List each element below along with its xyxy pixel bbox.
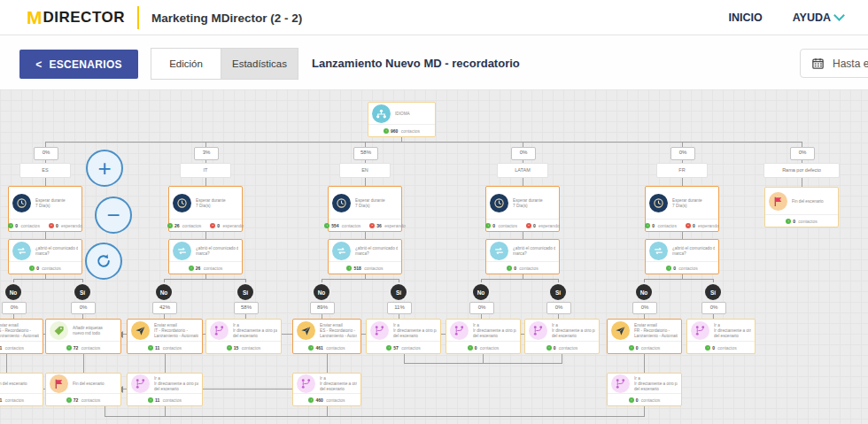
- node-wait-es[interactable]: Esperar durante7 Día(s)↑0 contactos•0 es…: [8, 186, 82, 232]
- branch-si-circle: Sí: [237, 284, 253, 300]
- connector-line: [13, 279, 82, 280]
- branch-no-percent: 0%: [469, 302, 494, 314]
- contacts-count: ↑0 contactos: [468, 345, 500, 351]
- jump-icon: [131, 374, 150, 393]
- branch-no-percent: 42%: [152, 302, 177, 314]
- node-question-it[interactable]: ¿abrió el comunicado demarca?↑26 contact…: [168, 239, 243, 274]
- node-goto-fr-si[interactable]: Ir aIr directamente a otro pasodel escen…: [686, 319, 756, 354]
- node-label: Ir aIr directamente a otro pasodel escen…: [714, 323, 751, 339]
- node-wait-latam[interactable]: Esperar durante7 Día(s)↑0 contactos•0 es…: [485, 186, 560, 232]
- branch-no-percent: 0%: [632, 302, 657, 314]
- node-email-it[interactable]: Enviar emailIT - Recordatorio -Lanzamien…: [127, 319, 203, 354]
- refresh-view-button[interactable]: [85, 243, 122, 280]
- percent-badge: 0%: [790, 147, 815, 160]
- node-label: Ir aIr directamente a otro pasodel escen…: [154, 376, 198, 392]
- node-stats: ↑0 contactos: [765, 214, 838, 227]
- connector-line: [105, 416, 645, 417]
- node-stats: ↑461 contactos: [293, 341, 360, 353]
- node-question-en[interactable]: ¿abrió el comunicado demarca?↑518 contac…: [328, 239, 402, 274]
- node-goto-fr-no[interactable]: Ir aIr directamente a otro pasodel escen…: [607, 373, 682, 406]
- node-label: Esperar durante7 Día(s): [672, 198, 702, 209]
- node-question-es[interactable]: ¿abrió el comunicado demarca?↑0 contacto…: [8, 239, 82, 274]
- clock-icon: [12, 194, 31, 212]
- node-label: Esperar durante7 Día(s): [196, 198, 226, 209]
- percent-badge: 0%: [511, 147, 536, 160]
- scenario-title: Lanzamiento Nuevo MD - recordatorio: [312, 57, 520, 70]
- contacts-count: ↑0 contactos: [666, 266, 698, 271]
- percent-badge: 3%: [194, 147, 219, 160]
- branch-no-percent: 89%: [310, 302, 335, 314]
- jump-icon: [529, 321, 547, 340]
- node-start-idioma[interactable]: IDIOMA↑960 contactos: [368, 102, 436, 137]
- node-stats: ↑26 contactos: [169, 261, 242, 274]
- column-label: LATAM: [498, 164, 547, 177]
- node-email-en[interactable]: Enviar emailES - Recordatorio -Lanzamien…: [292, 319, 361, 354]
- node-label: Ir aIr directamente a otro pasodel escen…: [634, 376, 678, 392]
- clock-icon: [649, 194, 668, 212]
- connector-line: [644, 406, 645, 416]
- node-label: ¿abrió el comunicado demarca?: [196, 246, 238, 257]
- nav-inicio[interactable]: INICIO: [728, 12, 762, 24]
- date-filter[interactable]: Hasta este: [800, 49, 868, 78]
- node-tag-nuevo-md-todo[interactable]: Añadir etiquetasnuevo md todo↑72 contact…: [45, 319, 121, 354]
- scenario-canvas[interactable]: + − 0%ES3%IT58%EN0%LATAM0%FR0%Rama por d…: [0, 89, 868, 424]
- branch-si-circle: Sí: [391, 284, 407, 300]
- connector-line: [165, 354, 166, 373]
- branch-no-circle: No: [5, 284, 21, 300]
- connector-line: [481, 279, 558, 280]
- node-goto-en-no[interactable]: Ir aIr directamente a otro pasodel escen…: [292, 373, 361, 406]
- node-question-fr[interactable]: ¿abrió el comunicado demarca?↑0 contacto…: [645, 239, 719, 274]
- branch-si-circle: Sí: [74, 284, 90, 300]
- percent-badge: 58%: [353, 147, 378, 160]
- column-label: FR: [657, 164, 707, 177]
- node-goto-latam-si[interactable]: Ir aIr directamente a otro pasodel escen…: [524, 319, 600, 354]
- nav-ayuda[interactable]: AYUDA: [793, 12, 843, 24]
- node-label: Enviar emailES - Recordatorio -Lanzamien…: [0, 323, 39, 339]
- connector-line: [327, 406, 328, 416]
- column-label: EN: [340, 164, 390, 177]
- jump-icon: [210, 321, 229, 340]
- zoom-out-button[interactable]: −: [95, 197, 132, 234]
- contacts-count: ↑471 contactos: [0, 345, 24, 351]
- node-goto-it-no[interactable]: Ir aIr directamente a otro pasodel escen…: [127, 373, 203, 406]
- branch-si-percent: 11%: [387, 302, 412, 314]
- node-end-es-si[interactable]: Fin del escenario↑72 contactos: [45, 373, 121, 406]
- back-to-escenarios-button[interactable]: < ESCENARIOS: [19, 50, 138, 79]
- connector-line: [105, 406, 105, 416]
- node-end-es-no[interactable]: Fin del escenario↑471 contactos: [0, 373, 43, 406]
- back-chevron-icon: <: [35, 58, 42, 71]
- node-wait-fr[interactable]: Esperar durante7 Día(s)↑0 contactos•0 es…: [645, 186, 719, 232]
- top-header: M DIRECTOR Marketing MDirector (2 - 2) I…: [0, 0, 868, 35]
- tab-estadisticas[interactable]: Estadísticas: [221, 48, 298, 80]
- node-stats: ↑460 contactos: [293, 393, 360, 405]
- jump-icon: [297, 374, 315, 393]
- percent-badge: 0%: [670, 147, 695, 160]
- branch-no-circle: No: [636, 284, 652, 300]
- clock-icon: [332, 194, 351, 212]
- waiting-count: •0 esperando: [526, 223, 560, 228]
- node-wait-it[interactable]: Esperar durante7 Día(s)↑26 contactos•0 e…: [168, 186, 243, 232]
- header-nav: INICIO AYUDA: [728, 0, 843, 35]
- node-stats: ↑26 contactos•0 esperando: [169, 219, 242, 231]
- connector-line: [164, 279, 245, 280]
- zoom-in-button[interactable]: +: [86, 150, 123, 187]
- node-goto-en-si[interactable]: Ir aIr directamente a otro pasodel escen…: [366, 319, 441, 354]
- node-email-es[interactable]: Enviar emailES - Recordatorio -Lanzamien…: [0, 319, 43, 354]
- calendar-icon: [811, 57, 825, 70]
- node-email-fr[interactable]: Enviar emailFR - Recordatorio -Lanzamien…: [607, 319, 682, 354]
- node-stats: ↑0 contactos: [525, 341, 599, 353]
- contacts-count: ↑0 contactos: [8, 223, 40, 228]
- node-stats: ↑0 contactos: [608, 393, 681, 405]
- node-end-default-branch[interactable]: Fin del escenario↑0 contactos: [764, 187, 839, 227]
- contacts-count: ↑26 contactos: [167, 223, 201, 228]
- tab-edicion[interactable]: Edición: [151, 48, 221, 80]
- node-goto-latam-no[interactable]: Ir aIr directamente a otro pasodel escen…: [446, 319, 521, 354]
- node-label: Añadir etiquetasnuevo md todo: [73, 326, 103, 336]
- node-question-latam[interactable]: ¿abrió el comunicado demarca?↑0 contacto…: [485, 239, 560, 274]
- branch-no-circle: No: [156, 284, 172, 300]
- node-wait-en[interactable]: Esperar durante7 Día(s)↑554 contactos•36…: [328, 186, 402, 232]
- node-goto-it-si[interactable]: Ir aIr directamente a otro pasodel escen…: [205, 319, 282, 354]
- connector-line: [83, 354, 84, 373]
- connector-line: [322, 279, 399, 280]
- column-label: Rama por defecto: [764, 164, 839, 177]
